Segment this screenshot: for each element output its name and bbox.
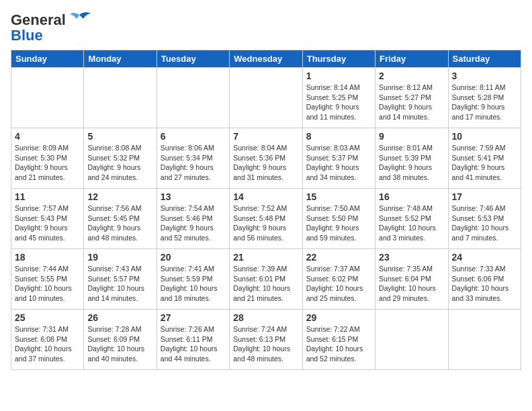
day-number: 5 — [87, 131, 152, 142]
day-info: Sunrise: 7:24 AM Sunset: 6:13 PM Dayligh… — [233, 324, 298, 364]
calendar-cell: 9Sunrise: 8:01 AM Sunset: 5:39 PM Daylig… — [375, 128, 448, 189]
week-row-5: 25Sunrise: 7:31 AM Sunset: 6:08 PM Dayli… — [11, 310, 521, 370]
day-info: Sunrise: 7:31 AM Sunset: 6:08 PM Dayligh… — [15, 324, 80, 364]
day-number: 29 — [306, 312, 371, 323]
calendar-cell: 16Sunrise: 7:48 AM Sunset: 5:52 PM Dayli… — [375, 189, 448, 249]
day-info: Sunrise: 7:22 AM Sunset: 6:15 PM Dayligh… — [306, 324, 371, 364]
day-number: 2 — [379, 71, 444, 81]
day-info: Sunrise: 7:50 AM Sunset: 5:50 PM Dayligh… — [306, 203, 371, 243]
day-number: 23 — [379, 252, 444, 263]
day-number: 25 — [15, 312, 80, 323]
calendar-cell: 28Sunrise: 7:24 AM Sunset: 6:13 PM Dayli… — [230, 310, 302, 370]
calendar-cell: 22Sunrise: 7:37 AM Sunset: 6:02 PM Dayli… — [302, 249, 375, 310]
calendar-cell: 25Sunrise: 7:31 AM Sunset: 6:08 PM Dayli… — [11, 310, 84, 370]
calendar-cell: 8Sunrise: 8:03 AM Sunset: 5:37 PM Daylig… — [302, 128, 375, 189]
day-info: Sunrise: 8:01 AM Sunset: 5:39 PM Dayligh… — [379, 143, 444, 183]
day-info: Sunrise: 7:52 AM Sunset: 5:48 PM Dayligh… — [233, 203, 298, 243]
day-info: Sunrise: 8:14 AM Sunset: 5:25 PM Dayligh… — [306, 83, 371, 122]
day-info: Sunrise: 8:06 AM Sunset: 5:34 PM Dayligh… — [161, 143, 226, 183]
day-info: Sunrise: 8:11 AM Sunset: 5:28 PM Dayligh… — [452, 83, 517, 122]
calendar-cell: 23Sunrise: 7:35 AM Sunset: 6:04 PM Dayli… — [375, 249, 448, 310]
calendar-cell — [157, 68, 229, 128]
weekday-header-friday: Friday — [375, 50, 448, 68]
calendar-cell — [448, 310, 521, 370]
calendar-cell: 10Sunrise: 7:59 AM Sunset: 5:41 PM Dayli… — [448, 128, 521, 189]
day-info: Sunrise: 7:41 AM Sunset: 5:59 PM Dayligh… — [161, 264, 226, 304]
day-number: 6 — [161, 131, 226, 142]
day-info: Sunrise: 7:44 AM Sunset: 5:55 PM Dayligh… — [15, 264, 80, 304]
day-info: Sunrise: 7:26 AM Sunset: 6:11 PM Dayligh… — [161, 324, 226, 364]
day-number: 17 — [452, 191, 517, 202]
calendar-cell: 15Sunrise: 7:50 AM Sunset: 5:50 PM Dayli… — [302, 189, 375, 249]
calendar-cell: 17Sunrise: 7:46 AM Sunset: 5:53 PM Dayli… — [448, 189, 521, 249]
day-number: 15 — [306, 191, 371, 202]
weekday-header-sunday: Sunday — [11, 50, 84, 68]
day-number: 28 — [233, 312, 298, 323]
calendar-cell — [375, 310, 448, 370]
calendar-cell: 20Sunrise: 7:41 AM Sunset: 5:59 PM Dayli… — [157, 249, 229, 310]
day-number: 7 — [233, 131, 298, 142]
calendar-cell: 14Sunrise: 7:52 AM Sunset: 5:48 PM Dayli… — [230, 189, 302, 249]
calendar-cell: 12Sunrise: 7:56 AM Sunset: 5:45 PM Dayli… — [84, 189, 157, 249]
calendar-cell — [11, 68, 84, 128]
day-number: 8 — [306, 131, 371, 142]
calendar-cell: 13Sunrise: 7:54 AM Sunset: 5:46 PM Dayli… — [157, 189, 229, 249]
calendar-cell: 11Sunrise: 7:57 AM Sunset: 5:43 PM Dayli… — [11, 189, 84, 249]
weekday-header-thursday: Thursday — [302, 50, 375, 68]
day-info: Sunrise: 7:28 AM Sunset: 6:09 PM Dayligh… — [87, 324, 152, 364]
calendar-cell: 19Sunrise: 7:43 AM Sunset: 5:57 PM Dayli… — [84, 249, 157, 310]
logo: General Blue — [11, 11, 91, 44]
calendar-cell: 2Sunrise: 8:12 AM Sunset: 5:27 PM Daylig… — [375, 68, 448, 128]
day-info: Sunrise: 7:33 AM Sunset: 6:06 PM Dayligh… — [452, 264, 517, 304]
day-info: Sunrise: 8:08 AM Sunset: 5:32 PM Dayligh… — [87, 143, 152, 183]
calendar-cell: 21Sunrise: 7:39 AM Sunset: 6:01 PM Dayli… — [230, 249, 302, 310]
page-header: General Blue — [11, 11, 521, 44]
day-number: 14 — [233, 191, 298, 202]
day-info: Sunrise: 8:03 AM Sunset: 5:37 PM Dayligh… — [306, 143, 371, 183]
day-number: 10 — [452, 131, 517, 142]
day-number: 4 — [15, 131, 80, 142]
calendar-cell: 24Sunrise: 7:33 AM Sunset: 6:06 PM Dayli… — [448, 249, 521, 310]
weekday-header-saturday: Saturday — [448, 50, 521, 68]
weekday-header-tuesday: Tuesday — [157, 50, 229, 68]
weekday-header-wednesday: Wednesday — [230, 50, 302, 68]
day-info: Sunrise: 7:35 AM Sunset: 6:04 PM Dayligh… — [379, 264, 444, 304]
weekday-header-monday: Monday — [84, 50, 157, 68]
day-number: 21 — [233, 252, 298, 263]
day-number: 24 — [452, 252, 517, 263]
week-row-3: 11Sunrise: 7:57 AM Sunset: 5:43 PM Dayli… — [11, 189, 521, 249]
day-info: Sunrise: 7:57 AM Sunset: 5:43 PM Dayligh… — [15, 203, 80, 243]
week-row-4: 18Sunrise: 7:44 AM Sunset: 5:55 PM Dayli… — [11, 249, 521, 310]
logo-blue-text: Blue — [11, 27, 43, 44]
calendar-cell: 26Sunrise: 7:28 AM Sunset: 6:09 PM Dayli… — [84, 310, 157, 370]
week-row-2: 4Sunrise: 8:09 AM Sunset: 5:30 PM Daylig… — [11, 128, 521, 189]
day-number: 11 — [15, 191, 80, 202]
day-number: 9 — [379, 131, 444, 142]
day-info: Sunrise: 7:59 AM Sunset: 5:41 PM Dayligh… — [452, 143, 517, 183]
day-info: Sunrise: 7:54 AM Sunset: 5:46 PM Dayligh… — [161, 203, 226, 243]
day-info: Sunrise: 8:12 AM Sunset: 5:27 PM Dayligh… — [379, 83, 444, 122]
day-number: 27 — [161, 312, 226, 323]
calendar-table: SundayMondayTuesdayWednesdayThursdayFrid… — [11, 50, 521, 370]
day-info: Sunrise: 7:37 AM Sunset: 6:02 PM Dayligh… — [306, 264, 371, 304]
day-info: Sunrise: 8:09 AM Sunset: 5:30 PM Dayligh… — [15, 143, 80, 183]
day-number: 13 — [161, 191, 226, 202]
day-number: 16 — [379, 191, 444, 202]
day-info: Sunrise: 7:46 AM Sunset: 5:53 PM Dayligh… — [452, 203, 517, 243]
week-row-1: 1Sunrise: 8:14 AM Sunset: 5:25 PM Daylig… — [11, 68, 521, 128]
day-info: Sunrise: 7:56 AM Sunset: 5:45 PM Dayligh… — [87, 203, 152, 243]
day-number: 20 — [161, 252, 226, 263]
calendar-cell: 5Sunrise: 8:08 AM Sunset: 5:32 PM Daylig… — [84, 128, 157, 189]
day-info: Sunrise: 8:04 AM Sunset: 5:36 PM Dayligh… — [233, 143, 298, 183]
day-number: 22 — [306, 252, 371, 263]
day-info: Sunrise: 7:39 AM Sunset: 6:01 PM Dayligh… — [233, 264, 298, 304]
calendar-header-row: SundayMondayTuesdayWednesdayThursdayFrid… — [11, 50, 521, 68]
calendar-cell: 1Sunrise: 8:14 AM Sunset: 5:25 PM Daylig… — [302, 68, 375, 128]
day-info: Sunrise: 7:43 AM Sunset: 5:57 PM Dayligh… — [87, 264, 152, 304]
calendar-cell: 3Sunrise: 8:11 AM Sunset: 5:28 PM Daylig… — [448, 68, 521, 128]
logo-bird-icon — [67, 11, 91, 30]
day-number: 1 — [306, 71, 371, 81]
calendar-cell: 4Sunrise: 8:09 AM Sunset: 5:30 PM Daylig… — [11, 128, 84, 189]
day-number: 3 — [452, 71, 517, 81]
day-info: Sunrise: 7:48 AM Sunset: 5:52 PM Dayligh… — [379, 203, 444, 243]
